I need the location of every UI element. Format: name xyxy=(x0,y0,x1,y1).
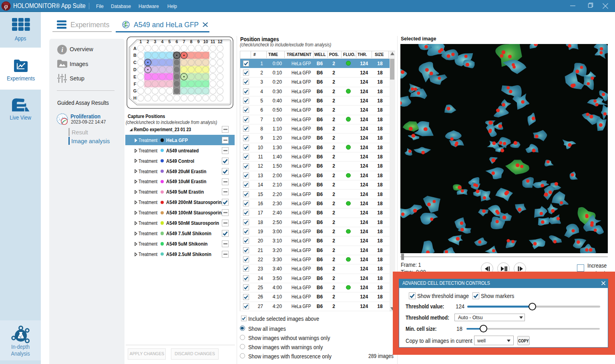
svg-text:12: 12 xyxy=(217,39,222,44)
svg-text:D: D xyxy=(133,67,137,72)
svg-text:11: 11 xyxy=(211,39,215,44)
svg-text:7: 7 xyxy=(183,39,185,44)
svg-text:C: C xyxy=(133,60,137,65)
svg-text:9: 9 xyxy=(197,39,199,44)
svg-text:6: 6 xyxy=(175,39,178,44)
svg-text:φ: φ xyxy=(4,2,8,10)
svg-text:8: 8 xyxy=(190,39,192,44)
svg-text:4: 4 xyxy=(161,39,164,44)
svg-text:5: 5 xyxy=(168,39,171,44)
svg-text:F: F xyxy=(134,82,137,86)
svg-text:2: 2 xyxy=(147,39,149,44)
svg-text:10: 10 xyxy=(203,39,208,44)
svg-text:A: A xyxy=(133,46,137,51)
svg-text:1: 1 xyxy=(139,39,142,44)
svg-text:H: H xyxy=(133,96,137,100)
svg-text:i: i xyxy=(61,46,63,54)
svg-text:E: E xyxy=(133,74,136,79)
svg-text:B: B xyxy=(133,53,137,58)
svg-text:3: 3 xyxy=(154,39,156,44)
svg-text:G: G xyxy=(133,88,137,93)
